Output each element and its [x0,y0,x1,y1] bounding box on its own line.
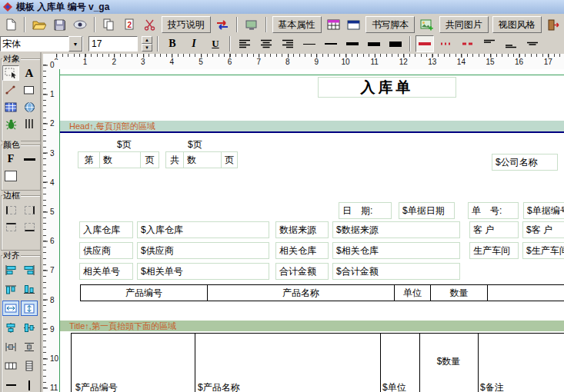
align-right-edges-button[interactable] [21,262,38,277]
detail-product-name-var[interactable]: $产品名称 [198,381,240,392]
font-color-button[interactable]: F [2,151,19,167]
field-label-cell[interactable]: 相关仓库 [275,242,329,259]
field-var-cell[interactable]: $合计金额 [332,263,460,280]
barcode-tool-button[interactable] [21,116,38,131]
view-style-button[interactable]: 视图风格 [492,16,542,33]
border-right-button[interactable] [21,202,38,218]
page-unit-cell[interactable]: 页 [221,151,238,168]
valign-middle-button[interactable] [523,35,542,52]
field-label-cell[interactable]: 数据来源 [275,221,329,238]
paste-button[interactable]: 2 [121,16,137,33]
header-col-product-name[interactable]: 产品名称 [207,284,395,301]
underline-button[interactable]: U [206,36,225,51]
same-width-button[interactable] [2,301,19,316]
number-label-cell[interactable]: 单 号: [468,202,519,219]
line-style-dotted-button[interactable] [437,35,456,52]
field-label-cell[interactable]: 相关单号 [79,263,133,280]
same-row-height-button[interactable] [21,358,38,374]
align-top-edges-button[interactable] [2,281,19,297]
bold-button[interactable]: B [163,36,182,51]
header-col-product-code[interactable]: 产品编号 [80,284,208,301]
field-label-cell[interactable]: 供应商 [79,242,133,259]
basic-properties-button[interactable]: 基本属性 [272,16,322,33]
page-total-cell[interactable]: 共 [165,151,184,168]
spinner-up-button[interactable]: ▲ [142,36,152,44]
form-title-cell[interactable]: 入库单 [318,77,456,98]
exit-button[interactable] [546,16,562,33]
field-var-cell[interactable]: $相关仓库 [332,242,460,259]
align-bottom-edges-button[interactable] [21,281,38,297]
bug-tool-button[interactable] [2,116,19,131]
detail-remark-var[interactable]: $备注 [480,381,504,392]
field-label-cell[interactable]: 客 户 [469,221,519,238]
number-var-cell[interactable]: $单据编号 [523,202,564,219]
horizontal-line-button[interactable] [2,377,19,392]
align-left-button[interactable] [235,35,254,52]
line-weight-1-button[interactable] [300,35,319,52]
detail-unit-var[interactable]: $单位 [382,381,406,392]
spinner-down-button[interactable]: ▼ [142,44,152,51]
valign-bottom-button[interactable] [502,35,520,52]
insert-table-button[interactable] [325,16,342,33]
date-var-cell[interactable]: $单据日期 [399,202,455,219]
detail-qty-var[interactable]: $数量 [419,355,478,368]
space-horizontal-button[interactable] [2,339,19,354]
page-count-var-cell[interactable]: 数 [99,151,141,168]
same-height-button[interactable] [21,301,38,316]
page-prefix-cell[interactable]: 第 [78,151,100,168]
line-weight-2-button[interactable] [322,35,340,52]
shared-images-button[interactable]: 共同图片 [439,16,489,33]
cut-button[interactable] [141,16,157,33]
align-left-edges-button[interactable] [2,262,19,277]
tips-button[interactable]: 技巧说明 [162,16,211,33]
open-file-button[interactable] [31,16,47,33]
line-weight-4-button[interactable] [365,35,383,52]
field-var-cell[interactable]: $生产车间 [522,242,564,259]
field-var-cell[interactable]: $客 户 [522,221,564,238]
select-tool-button[interactable] [2,65,19,81]
header-col-empty[interactable] [487,284,564,301]
italic-button[interactable]: I [185,36,203,51]
border-top-button[interactable] [2,219,19,234]
copy-button[interactable] [101,16,117,33]
title-band[interactable]: Title↑,第一頁抬頭下面的區域 [60,321,564,331]
save-button[interactable] [52,16,68,33]
image-tool-button[interactable] [21,99,38,115]
head-band[interactable]: Head↑,每頁頂部的區域 [60,121,564,133]
table-tool-button[interactable] [2,99,19,115]
screen-button[interactable] [243,16,259,33]
line-tool-button[interactable] [2,82,19,98]
print-preview-button[interactable] [72,16,88,33]
field-label-cell[interactable]: 合计金额 [275,263,329,280]
write-script-button[interactable]: 书写脚本 [365,16,415,33]
center-vertical-button[interactable] [21,320,38,335]
rectangle-tool-button[interactable] [21,82,38,98]
swap-arrows-button[interactable] [215,16,231,33]
detail-table[interactable]: $数量 $产品编号 $产品名称 $单位 $备注 [71,333,564,392]
valign-top-button[interactable] [480,35,499,52]
field-var-cell[interactable]: $数据来源 [332,221,460,238]
field-var-cell[interactable]: $入库仓库 [137,221,269,238]
vertical-line-button[interactable] [21,377,38,392]
text-tool-button[interactable]: A [21,65,38,81]
center-horizontal-button[interactable] [2,320,19,335]
line-weight-5-button[interactable] [386,35,405,52]
border-left-button[interactable] [2,202,19,218]
border-bottom-button[interactable] [21,219,38,234]
line-color-button[interactable] [21,151,38,167]
line-weight-3-button[interactable] [343,35,362,52]
page-unit-cell[interactable]: 页 [140,151,159,168]
company-name-cell[interactable]: $公司名称 [492,154,558,171]
titlebar[interactable]: 模板 入库单 编号 v_ga [0,0,564,14]
field-label-cell[interactable]: 生产车间 [469,242,519,259]
align-right-button[interactable] [279,35,297,52]
window-style-button[interactable] [345,16,362,33]
field-var-cell[interactable]: $相关单号 [137,263,269,280]
page-count-var-cell[interactable]: 数 [183,151,222,168]
space-vertical-button[interactable] [21,339,38,354]
font-family-combo[interactable]: 宋体 ▼ [0,36,83,51]
line-style-dashed-button[interactable] [459,35,477,52]
detail-product-code-var[interactable]: $产品编号 [75,381,118,392]
align-center-button[interactable] [257,35,275,52]
field-var-cell[interactable]: $供应商 [137,242,269,259]
